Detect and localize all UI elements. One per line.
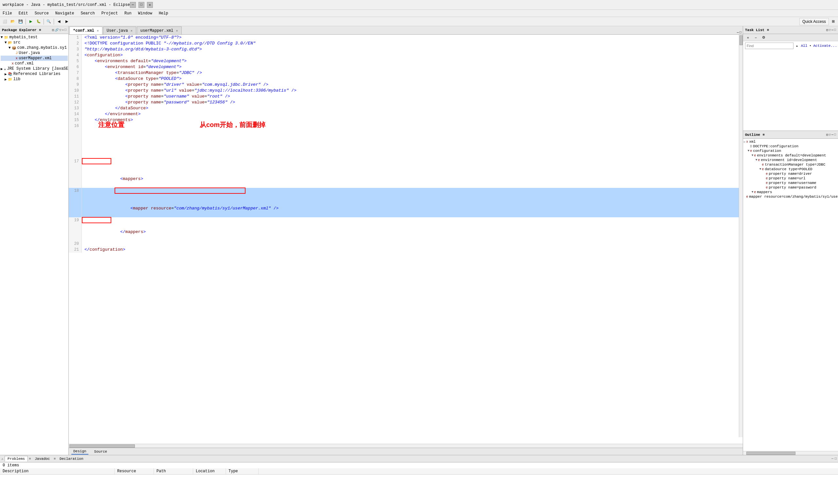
outline-item-txmgr[interactable]: e transactionManager type=JDBC [744,162,837,167]
task-add-button[interactable]: + [744,34,752,41]
minimize-editor-icon[interactable]: — [737,31,739,34]
outline-item-environments[interactable]: ▼ e environments default=development [744,153,837,158]
perspectives-button[interactable]: ⊞ [830,18,837,25]
line-content-18: <mapper resource="com/zhang/mybatis/sy1/… [82,188,743,217]
view-menu-icon[interactable]: ▽ [59,28,61,32]
tab-usermapper[interactable]: userMapper.xml ✕ [137,26,182,34]
outline-item-prop-driver[interactable]: e property name=driver [744,172,837,176]
outline-item-datasource[interactable]: ▼ e dataSource type=POOLED [744,167,837,172]
outline-item-prop-password[interactable]: e property name=password [744,185,837,190]
problems-minimize-icon[interactable]: — [832,457,834,461]
problems-maximize-icon[interactable]: □ [835,457,837,461]
open-button[interactable]: 📂 [9,18,16,25]
tree-item-jre[interactable]: ▶ ☕ JRE System Library [JavaSE-1.8] [1,66,68,71]
menu-run[interactable]: Run [123,11,133,16]
collapse-all-icon[interactable]: ⊟ [52,28,54,32]
tree-item-package[interactable]: ▼ 📦 com.zhang.mybatis.sy1 [1,45,68,50]
task-all-link[interactable]: All [801,44,807,48]
minimize-panel-icon[interactable]: — [62,28,64,32]
outline-maximize-icon[interactable]: □ [834,133,836,137]
code-line-7: 7 <transactionManager type="JDBC" /> [69,70,743,76]
horizontal-scrollbar[interactable] [69,444,743,448]
menu-navigate[interactable]: Navigate [54,11,76,16]
minimize-button[interactable]: — [130,2,136,8]
tree-item-project[interactable]: ▼ 📁 mybatis_test [1,35,68,40]
back-button[interactable]: ◀ [55,18,63,25]
maximize-button[interactable]: □ [139,2,144,8]
tab-confxml-close[interactable]: ✕ [97,29,99,33]
outline-item-configuration[interactable]: ▼ e configuration [744,148,837,153]
forward-button[interactable]: ▶ [63,18,70,25]
declaration-tab[interactable]: Declaration [57,456,86,462]
tab-usermapper-close[interactable]: ✕ [176,29,178,33]
outline-scrollbar-h[interactable] [743,451,838,455]
debug-button[interactable]: 🐛 [35,18,42,25]
menu-project[interactable]: Project [100,11,119,16]
outline-minimize-icon[interactable]: — [832,133,834,137]
mappers-close-annotation-box [82,217,111,223]
menu-source[interactable]: Source [33,11,50,16]
run-button[interactable]: ▶ [27,18,34,25]
menu-help[interactable]: Help [158,11,170,16]
task-list-header: Task List ⊠ ⊟ ▽ — □ [743,26,838,34]
vertical-scrollbar[interactable] [739,35,743,437]
line-content-3: "http://mybatis.org/dtd/mybatis-3-config… [82,47,743,52]
javadoc-tab[interactable]: Javadoc [32,456,52,462]
package-explorer-badge: ⊠ [39,28,41,32]
link-editor-icon[interactable]: 🔗 [55,28,58,32]
jre-icon: ☕ [4,67,6,71]
task-find-input[interactable] [745,42,794,49]
task-view-menu-icon[interactable]: ▽ [829,28,831,32]
task-minimize-icon[interactable]: — [832,28,834,32]
tree-item-src[interactable]: ▼ 📂 src [1,40,68,45]
problems-tab[interactable]: Problems [4,456,28,462]
outline-view-menu-icon[interactable]: ▽ [829,133,831,137]
line-num-14: 14 [69,111,82,117]
task-activate-link[interactable]: Activate... [813,44,837,48]
tree-item-lib[interactable]: ▶ 📁 lib [1,76,68,82]
tree-item-userjava[interactable]: J User.java [1,50,68,56]
tab-confxml[interactable]: *conf.xml ✕ [69,26,103,34]
outline-mapper-resource-label: mapper resource=com/zhang/mybatis/sy1/us… [749,195,838,199]
outline-item-prop-username[interactable]: e property name=username [744,181,837,185]
tree-item-reflibs[interactable]: ▶ 📚 Referenced Libraries [1,71,68,76]
tab-confxml-label: *conf.xml [73,29,94,33]
tab-userjava-close[interactable]: ✕ [131,29,132,33]
new-button[interactable]: ⬜ [1,18,8,25]
tree-item-confxml[interactable]: x conf.xml [1,61,68,66]
outline-item-prop-url[interactable]: e property name=url [744,176,837,181]
source-tab[interactable]: Source [92,449,109,454]
outline-item-xml[interactable]: ▷ x xml [744,140,837,144]
task-collapse-icon[interactable]: ⊟ [826,28,828,32]
task-search-area: ▸ All • Activate... [743,41,838,50]
close-button[interactable]: ✕ [147,2,153,8]
outline-item-environment[interactable]: ▼ e environment id=development [744,158,837,162]
datasource-expand-icon: ▼ [760,167,761,171]
code-editor[interactable]: 1 <?xml version="1.0" encoding="UTF-8"?>… [69,35,743,444]
outline-collapse-icon[interactable]: ⊟ [826,133,828,137]
tab-userjava[interactable]: User.java ✕ [103,26,136,34]
task-maximize-icon[interactable]: □ [834,28,836,32]
txmgr-expand-icon [760,163,761,166]
h-scrollbar-thumb[interactable] [69,445,135,448]
menu-search[interactable]: Search [79,11,96,16]
outline-item-mapper-resource[interactable]: e mapper resource=com/zhang/mybatis/sy1/… [744,194,837,199]
scrollbar-thumb-v[interactable] [739,35,743,45]
maximize-editor-icon[interactable]: □ [739,31,742,34]
task-remove-button[interactable]: − [752,34,760,41]
quick-access-button[interactable]: Quick Access [799,18,829,25]
task-filter-button[interactable]: ⚙ [760,34,767,41]
editor-controls: — □ [735,31,743,34]
save-button[interactable]: 💾 [17,18,24,25]
xml-expand-icon: ▷ [744,140,745,144]
design-tab[interactable]: Design [71,449,88,454]
outline-h-thumb[interactable] [746,452,796,455]
outline-item-doctype[interactable]: D DOCTYPE:configuration [744,144,837,148]
tree-item-usermapper[interactable]: x userMapper.xml [1,56,68,61]
outline-item-mappers[interactable]: ▼ e mappers [744,190,837,194]
menu-file[interactable]: File [1,11,14,16]
menu-edit[interactable]: Edit [17,11,30,16]
maximize-panel-icon[interactable]: □ [65,28,67,32]
menu-window[interactable]: Window [137,11,154,16]
search-button[interactable]: 🔍 [45,18,52,25]
